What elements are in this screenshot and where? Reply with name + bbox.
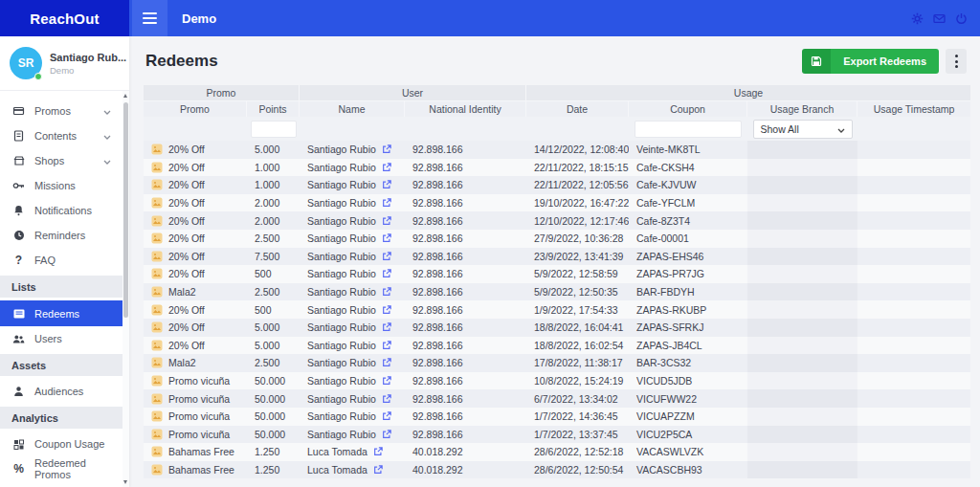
main-content: Redeems Export Redeems Promo User Usage — [129, 36, 980, 487]
user-card[interactable]: SR Santiago Rub... Demo — [0, 36, 129, 91]
scroll-up-icon[interactable] — [123, 94, 127, 98]
sidebar-item-users[interactable]: Users — [0, 326, 122, 351]
external-link-icon[interactable] — [382, 252, 391, 261]
external-link-icon[interactable] — [382, 287, 391, 297]
external-link-icon[interactable] — [382, 305, 391, 315]
sidebar-item-faq[interactable]: ? FAQ — [0, 248, 122, 273]
storefront-icon — [12, 155, 25, 166]
cell-date: 23/9/2022, 13:41:39 — [526, 248, 629, 266]
export-redeems-button[interactable]: Export Redeems — [802, 49, 939, 74]
promo-image-icon — [151, 464, 163, 476]
sidebar-item-audiences[interactable]: Audiences — [0, 379, 122, 404]
filter-cell-date — [526, 117, 629, 141]
export-button-label: Export Redeems — [831, 49, 939, 74]
cell-date: 18/8/2022, 16:02:54 — [526, 337, 629, 355]
cell-national-identity: 92.898.166 — [405, 265, 526, 283]
cell-promo: 20% Off — [144, 141, 247, 159]
sidebar-item-shops[interactable]: Shops — [0, 148, 122, 173]
promo-image-icon — [151, 429, 163, 440]
external-link-icon[interactable] — [382, 322, 391, 332]
external-link-icon[interactable] — [382, 144, 391, 154]
column-header-national-identity[interactable]: National Identity — [405, 101, 526, 117]
cell-promo: Promo vicuña — [144, 408, 247, 426]
sidebar-scrollbar[interactable] — [122, 91, 129, 487]
cell-points: 1.000 — [247, 159, 300, 177]
external-link-icon[interactable] — [382, 376, 391, 386]
sidebar-item-coupon-usage[interactable]: Coupon Usage — [0, 432, 122, 456]
cell-usage-timestamp — [858, 283, 970, 301]
promo-image-icon — [151, 410, 163, 422]
external-link-icon[interactable] — [382, 233, 391, 243]
column-header-usage-timestamp[interactable]: Usage Timestamp — [858, 101, 970, 117]
filter-cell-usage-timestamp — [858, 117, 970, 141]
cell-promo: Mala2 — [144, 283, 247, 301]
sidebar-item-missions[interactable]: Missions — [0, 173, 122, 198]
cell-promo: Bahamas Free — [144, 443, 247, 461]
column-header-points[interactable]: Points — [247, 101, 300, 117]
promo-image-icon — [151, 321, 163, 333]
chevron-down-icon — [103, 130, 111, 142]
column-header-usage-branch[interactable]: Usage Branch — [747, 101, 858, 117]
sidebar-item-promos[interactable]: Promos — [0, 99, 122, 123]
sidebar-item-reminders[interactable]: Reminders — [0, 223, 122, 248]
cell-date: 12/10/2022, 12:17:46 — [526, 211, 629, 230]
cell-coupon: VICUAPZZM — [629, 408, 747, 426]
external-link-icon[interactable] — [382, 269, 391, 278]
column-header-name[interactable]: Name — [300, 101, 405, 117]
cell-coupon: ZAPAS-SFRKJ — [629, 319, 747, 337]
cell-coupon: BAR-FBDYH — [629, 283, 747, 301]
external-link-icon[interactable] — [382, 198, 391, 208]
sidebar-item-users-analytics[interactable]: Users — [0, 481, 122, 487]
sidebar-item-notifications[interactable]: Notifications — [0, 198, 122, 223]
hamburger-menu-icon[interactable] — [132, 0, 167, 36]
sidebar-item-redeems[interactable]: Redeems — [0, 300, 122, 326]
scroll-down-icon[interactable] — [123, 480, 127, 484]
table-row: 20% Off 500 Santiago Rubio 92.898.166 5/… — [144, 265, 970, 283]
cell-points: 50.000 — [247, 389, 300, 408]
cell-usage-timestamp — [858, 176, 970, 194]
scrollbar-thumb[interactable] — [123, 102, 128, 318]
external-link-icon[interactable] — [382, 358, 391, 367]
column-header-coupon[interactable]: Coupon — [629, 101, 747, 117]
external-link-icon[interactable] — [373, 447, 383, 456]
cell-points: 2.500 — [247, 354, 300, 372]
column-header-date[interactable]: Date — [526, 101, 629, 117]
sidebar-item-redeemed-promos[interactable]: % Redeemed Promos — [0, 456, 122, 481]
save-icon — [802, 49, 831, 74]
points-filter-input[interactable] — [251, 121, 297, 138]
external-link-icon[interactable] — [382, 341, 391, 350]
external-link-icon[interactable] — [382, 394, 391, 404]
cell-usage-timestamp — [858, 230, 970, 248]
cell-points: 5.000 — [247, 141, 300, 159]
chevron-down-icon — [103, 105, 111, 117]
promo-image-icon — [151, 197, 163, 209]
cell-user-name: Santiago Rubio — [300, 230, 405, 248]
mail-envelope-icon[interactable] — [933, 12, 946, 25]
cell-promo: 20% Off — [144, 159, 247, 177]
coupon-filter-input[interactable] — [635, 121, 742, 138]
external-link-icon[interactable] — [382, 216, 391, 226]
more-options-kebab-icon[interactable] — [946, 49, 967, 74]
power-icon[interactable] — [955, 12, 968, 25]
table-row: Mala2 2.500 Santiago Rubio 92.898.166 17… — [144, 354, 970, 372]
external-link-icon[interactable] — [382, 163, 391, 172]
top-bar: ReachOut Demo — [0, 0, 980, 36]
external-link-icon[interactable] — [382, 180, 391, 189]
settings-gear-icon[interactable] — [911, 12, 924, 25]
external-link-icon[interactable] — [382, 411, 391, 421]
promo-image-icon — [151, 393, 163, 405]
cell-usage-branch — [747, 354, 858, 372]
column-header-promo[interactable]: Promo — [144, 101, 247, 117]
sidebar-item-contents[interactable]: Contents — [0, 123, 122, 148]
table-row: 20% Off 2.500 Santiago Rubio 92.898.166 … — [144, 230, 970, 248]
external-link-icon[interactable] — [373, 465, 383, 475]
cell-date: 27/9/2022, 10:36:28 — [526, 230, 629, 248]
cell-user-name: Santiago Rubio — [300, 300, 405, 319]
usage-branch-filter-select[interactable]: Show All — [753, 120, 853, 139]
cell-date: 28/6/2022, 12:50:54 — [526, 461, 629, 479]
promo-image-icon — [151, 144, 163, 155]
external-link-icon[interactable] — [382, 430, 391, 439]
cell-usage-branch — [747, 265, 858, 283]
cell-usage-timestamp — [858, 354, 970, 372]
filter-cell-promo — [144, 117, 247, 141]
